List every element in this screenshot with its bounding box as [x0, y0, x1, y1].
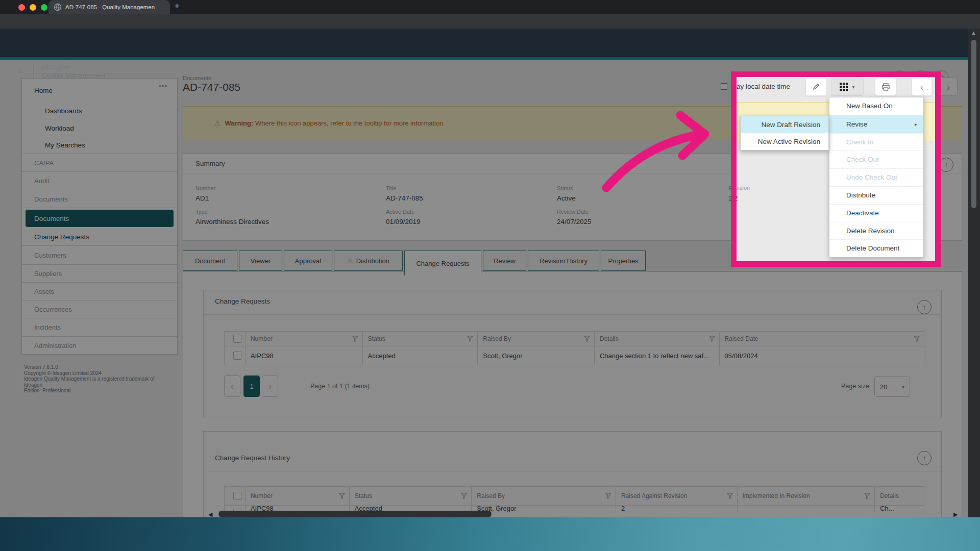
new-tab-button[interactable]: +	[175, 2, 179, 11]
actions-menu-button[interactable]: ▾	[831, 78, 864, 96]
edit-button[interactable]	[805, 78, 827, 96]
menu-item-delete-document[interactable]: Delete Document	[829, 239, 923, 257]
screenshot-root: AD-747-085 - Quality Managemen + ← → ↻ ⌂…	[0, 0, 980, 551]
actions-dropdown-menu: New Based On Revise ▸ Check In Check Out…	[829, 97, 924, 258]
traffic-close-icon[interactable]	[18, 4, 25, 11]
submenu-item-new-draft-revision[interactable]: New Draft Revision	[741, 116, 828, 133]
menu-item-check-in: Check In	[829, 133, 923, 151]
menu-item-undo-check-out: Undo Check Out	[829, 168, 923, 186]
menu-item-deactivate[interactable]: Deactivate	[829, 204, 923, 222]
scrollbar-up-icon[interactable]: ▲	[971, 30, 976, 36]
field-label-revision: Revision	[731, 185, 750, 191]
menu-item-new-based-on[interactable]: New Based On	[829, 97, 923, 115]
menu-item-delete-revision[interactable]: Delete Revision	[829, 222, 923, 240]
pencil-icon	[812, 83, 820, 91]
app-header: × Ideagen’ Quality Management ?	[0, 29, 968, 57]
caret-down-icon: ▾	[852, 84, 854, 90]
menu-item-revise[interactable]: Revise ▸	[829, 115, 923, 133]
tab-title: AD-747-085 - Quality Managemen	[65, 4, 155, 10]
menu-item-distribute[interactable]: Distribute	[829, 186, 923, 204]
field-value-revision: 2	[734, 194, 738, 202]
grid-icon	[840, 83, 848, 91]
browser-toolbar: ← → ↻ ⌂ ☆ ⋮	[0, 14, 980, 29]
tab-favicon-globe-icon	[54, 3, 62, 11]
previous-document-button[interactable]: ‹	[912, 78, 932, 96]
browser-tab[interactable]: AD-747-085 - Quality Managemen	[48, 0, 170, 14]
chevron-left-icon: ‹	[920, 81, 924, 93]
bottom-gradient-band	[0, 517, 980, 551]
submenu-arrow-icon: ▸	[915, 116, 917, 134]
vertical-scrollbar-thumb[interactable]	[971, 40, 976, 208]
traffic-zoom-icon[interactable]	[41, 4, 47, 11]
traffic-minimize-icon[interactable]	[30, 4, 36, 11]
menu-item-check-out: Check Out	[829, 151, 923, 168]
revise-submenu: New Draft Revision New Active Revision	[740, 116, 829, 151]
display-local-datetime-label: Display local date time	[731, 83, 790, 90]
print-button[interactable]	[875, 78, 896, 96]
browser-tabstrip: AD-747-085 - Quality Managemen +	[0, 0, 980, 14]
submenu-item-new-active-revision[interactable]: New Active Revision	[741, 133, 828, 150]
printer-icon	[881, 83, 890, 91]
